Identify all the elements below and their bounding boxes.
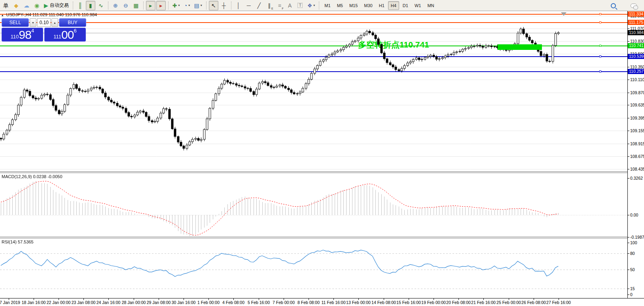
price-tick: [628, 144, 629, 144]
community-icon[interactable]: ☁: [22, 1, 31, 10]
buy-price-sup: 6: [74, 25, 76, 37]
trendline-icon: ╱: [258, 3, 261, 8]
time-tick-label: 23 Jan 08:00: [72, 300, 96, 305]
new-order-clipped-button: 单: [3, 3, 9, 8]
chart-ohlc-values: 111.029 111.040 110.976 110.984: [32, 12, 97, 17]
chart-shift-marker: [561, 12, 566, 16]
indicators-icon[interactable]: ✚▾: [171, 1, 182, 10]
price-badge-110.257: 110.257: [628, 69, 644, 74]
vertical-line-icon[interactable]: │: [234, 1, 243, 10]
periods-icon[interactable]: ◔▾: [182, 1, 192, 10]
timeframe-m5[interactable]: M5: [334, 1, 346, 10]
collapse-icon[interactable]: ▴: [2, 13, 4, 17]
lot-size-input[interactable]: [37, 18, 51, 27]
rsi-axis-label: 15: [630, 286, 635, 291]
cursor-icon: ↖: [211, 3, 216, 8]
macd-canvas[interactable]: [0, 173, 627, 237]
cursor-icon[interactable]: ↖: [209, 1, 218, 10]
tile-windows-icon[interactable]: ▦: [131, 1, 141, 10]
time-axis[interactable]: 17 Jan 201918 Jan 16:0022 Jan 00:0023 Ja…: [0, 298, 644, 306]
price-tick: [628, 41, 629, 42]
chevron-down-icon: ▾: [188, 4, 190, 7]
indicators-icon: ✚: [172, 3, 177, 8]
lot-increase-button[interactable]: ▲: [51, 18, 58, 27]
text-label-icon: T: [297, 3, 303, 8]
equidistant-channel-icon-sub: E: [271, 7, 273, 10]
price-tick-label: 110.110: [630, 77, 644, 82]
macd-axis-tick: [628, 178, 629, 179]
bar-chart-icon[interactable]: ║: [76, 1, 85, 10]
timeframe-h4[interactable]: H4: [388, 1, 399, 10]
price-axis[interactable]: 111.305111.070110.830110.590110.350110.1…: [627, 11, 644, 298]
equidistant-channel-icon[interactable]: ∥E: [265, 1, 274, 10]
toolbar-separator: [231, 2, 231, 10]
tile-windows-icon: ▦: [133, 3, 138, 8]
time-tick-label: 28 Jan 00:00: [122, 300, 146, 305]
toolbar-separator: [319, 2, 319, 10]
time-tick-label: 26 Feb 08:00: [521, 300, 546, 305]
community-icon: ☁: [24, 3, 29, 8]
price-chart-canvas[interactable]: [0, 11, 627, 172]
toolbar-separator: [108, 2, 108, 10]
autotrading-button[interactable]: ▶自动交易: [42, 1, 70, 10]
horizontal-line-icon[interactable]: ─: [244, 1, 254, 10]
support-zone-rectangle[interactable]: [498, 44, 542, 50]
sell-price-sup: 4: [31, 25, 34, 37]
search-icon[interactable]: [608, 1, 618, 10]
fibonacci-icon-sub: F: [282, 7, 284, 10]
auto-scroll-icon[interactable]: ▸: [146, 1, 155, 10]
line-chart-icon: ∿: [98, 3, 103, 8]
time-tick-label: 18 Jan 16:00: [22, 300, 46, 305]
timeframe-m1[interactable]: M1: [322, 1, 333, 10]
signals-icon[interactable]: ◉: [32, 1, 42, 10]
text-icon[interactable]: A: [285, 1, 295, 10]
metaeditor-icon[interactable]: ◆: [11, 1, 21, 10]
macd-pane-splitter[interactable]: [0, 171, 644, 173]
price-tick: [628, 105, 629, 105]
buy-price-tile[interactable]: 111 00 6: [44, 28, 86, 42]
timeframe-w1[interactable]: W1: [412, 1, 424, 10]
templates-icon[interactable]: ▤▾: [193, 1, 204, 10]
chart-shift-icon[interactable]: ▸: [156, 1, 166, 10]
buy-button[interactable]: BUY: [59, 18, 86, 27]
crosshair-icon[interactable]: ┼: [219, 1, 229, 10]
time-tick-label: 13 Feb 00:00: [346, 300, 371, 305]
arrows-icon[interactable]: ❖▾: [306, 1, 317, 10]
price-tick-label: 108.435: [630, 167, 644, 171]
rsi-axis-label: 100: [630, 240, 637, 245]
candlestick-chart-icon: ▮: [89, 3, 92, 8]
rsi-canvas[interactable]: [0, 238, 627, 298]
timeframe-h1[interactable]: H1: [376, 1, 387, 10]
fibonacci-icon[interactable]: ≡F: [275, 1, 284, 10]
rsi-axis-tick: [628, 295, 629, 295]
rsi-pane-splitter[interactable]: [0, 237, 644, 238]
sell-price-prefix: 110: [11, 33, 19, 41]
trendline-icon[interactable]: ╱: [254, 1, 264, 10]
zoom-in-icon[interactable]: ⊕: [111, 1, 120, 10]
zoom-out-icon[interactable]: ⊖: [121, 1, 131, 10]
new-order-clipped-button[interactable]: 单: [1, 1, 11, 10]
text-label-icon[interactable]: T: [295, 1, 305, 10]
macd-axis-label: 0.00: [630, 213, 638, 217]
sell-price-big: 98: [19, 29, 31, 41]
timeframe-m30[interactable]: M30: [361, 1, 375, 10]
horizontal-line-icon: ─: [247, 3, 251, 8]
macd-axis-tick: [628, 237, 629, 238]
sell-button[interactable]: SELL: [2, 18, 29, 27]
candlestick-chart-icon[interactable]: ▮: [86, 1, 95, 10]
timeframe-m15[interactable]: M15: [347, 1, 360, 10]
time-tick-label: 19 Feb 00:00: [421, 300, 446, 305]
chat-icon[interactable]: [629, 1, 638, 10]
time-tick-label: 5 Feb 16:00: [248, 300, 270, 305]
macd-values: 0.0238 -0.0050: [33, 174, 62, 179]
toolbar-right-group: [603, 0, 644, 11]
timeframe-d1[interactable]: D1: [400, 1, 411, 10]
toolbar-separator: [143, 2, 144, 10]
line-chart-icon[interactable]: ∿: [96, 1, 106, 10]
time-tick-label: 30 Jan 16:00: [172, 300, 196, 305]
timeframe-mn[interactable]: MN: [424, 1, 437, 10]
vertical-line-icon: │: [237, 3, 240, 8]
rsi-axis-tick: [628, 289, 629, 289]
sell-price-tile[interactable]: 110 98 4: [2, 28, 43, 42]
crosshair-icon: ┼: [222, 3, 226, 8]
